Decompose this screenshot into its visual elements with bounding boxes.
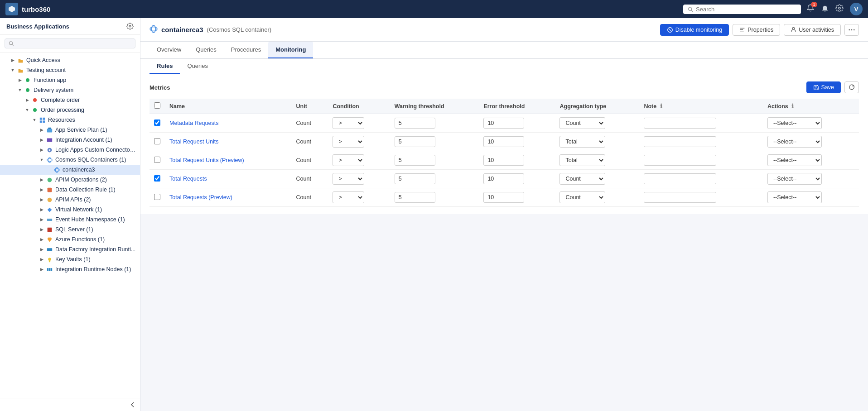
more-options-button[interactable] xyxy=(844,24,859,36)
save-button[interactable]: Save xyxy=(806,81,841,93)
sidebar-item-key-vaults[interactable]: ▶ Key Vaults (1) xyxy=(0,254,140,264)
tab-overview[interactable]: Overview xyxy=(149,42,188,58)
svg-rect-27 xyxy=(47,268,52,271)
action-select[interactable]: --Select--AlertNotifyDisable xyxy=(767,117,822,129)
warning-threshold-input[interactable] xyxy=(395,118,435,129)
error-threshold-input[interactable] xyxy=(483,136,524,147)
sidebar-item-azure-functions[interactable]: ▶ Azure Functions (1) xyxy=(0,234,140,244)
disable-monitoring-button[interactable]: Disable monitoring xyxy=(660,24,729,36)
avatar[interactable]: V xyxy=(850,3,863,15)
sidebar-item-sql-server[interactable]: ▶ SQL Server (1) xyxy=(0,225,140,234)
action-select[interactable]: --Select--AlertNotifyDisable xyxy=(767,191,822,203)
metric-name-link[interactable]: Total Requests xyxy=(169,176,207,182)
sidebar-item-complete-order[interactable]: ▶ Complete order xyxy=(0,95,140,105)
sidebar-item-order-processing[interactable]: ▼ Order processing xyxy=(0,105,140,115)
sidebar-item-delivery-system[interactable]: ▼ Delivery system xyxy=(0,85,140,95)
sidebar-label: containerca3 xyxy=(63,167,95,173)
metric-name-link[interactable]: Metadata Requests xyxy=(169,120,218,126)
metric-name-link[interactable]: Total Requests (Preview) xyxy=(169,194,232,201)
note-input[interactable] xyxy=(644,192,716,203)
select-all-checkbox[interactable] xyxy=(154,102,160,109)
condition-select[interactable]: ><>=<== xyxy=(333,117,364,129)
user-activities-button[interactable]: User activities xyxy=(784,24,841,36)
notifications-icon[interactable]: 1 xyxy=(806,4,815,14)
sidebar-item-resources[interactable]: ▼ Resources xyxy=(0,115,140,125)
sidebar-item-testing-account[interactable]: ▼ Testing account xyxy=(0,65,140,75)
error-threshold-input[interactable] xyxy=(483,173,524,184)
aggregation-type-select[interactable]: CountTotalAverageMinMax xyxy=(559,154,605,166)
sidebar-item-quick-access[interactable]: ▶ Quick Access xyxy=(0,55,140,65)
warning-threshold-input[interactable] xyxy=(395,136,435,147)
sub-tab-rules[interactable]: Rules xyxy=(149,59,180,74)
table-row: Total Requests (Preview)Count><>=<==Coun… xyxy=(149,188,859,207)
sub-tab-queries[interactable]: Queries xyxy=(180,59,215,74)
error-threshold-input[interactable] xyxy=(483,155,524,166)
row-checkbox[interactable] xyxy=(154,157,160,163)
sidebar-item-integration-runtime[interactable]: ▶ Integration Runtime Nodes (1) xyxy=(0,264,140,274)
sidebar-item-cosmos-sql[interactable]: ▼ Cosmos SQL Containers (1) xyxy=(0,155,140,165)
aggregation-type-select[interactable]: CountTotalAverageMinMax xyxy=(559,136,605,148)
warning-threshold-input[interactable] xyxy=(395,155,435,166)
action-select[interactable]: --Select--AlertNotifyDisable xyxy=(767,173,822,185)
tab-monitoring[interactable]: Monitoring xyxy=(268,42,313,58)
chevron-down-icon: ▼ xyxy=(9,68,16,72)
error-threshold-input[interactable] xyxy=(483,192,524,203)
aggregation-type-select[interactable]: CountTotalAverageMinMax xyxy=(559,173,605,185)
header-actions: Disable monitoring Properties User activ… xyxy=(660,24,859,36)
sidebar-search xyxy=(0,35,140,53)
sidebar-collapse-button[interactable] xyxy=(0,398,140,411)
tab-queries[interactable]: Queries xyxy=(188,42,224,58)
action-select[interactable]: --Select--AlertNotifyDisable xyxy=(767,136,822,148)
sidebar-item-virtual-network[interactable]: ▶ Virtual Network (1) xyxy=(0,205,140,215)
sidebar-label: Virtual Network (1) xyxy=(55,206,102,213)
warning-threshold-input[interactable] xyxy=(395,173,435,184)
chevron-right-icon: ▶ xyxy=(38,247,45,252)
settings-icon[interactable] xyxy=(835,4,844,14)
sidebar-item-data-collection-rule[interactable]: ▶ Data Collection Rule (1) xyxy=(0,185,140,195)
note-input[interactable] xyxy=(644,155,716,166)
sidebar-label: SQL Server (1) xyxy=(55,226,93,233)
note-input[interactable] xyxy=(644,173,716,184)
warning-threshold-input[interactable] xyxy=(395,192,435,203)
row-checkbox[interactable] xyxy=(154,194,160,200)
sidebar-item-integration-account[interactable]: ▶ Integration Account (1) xyxy=(0,135,140,145)
sidebar-item-apim-apis[interactable]: ▶ APIM APIs (2) xyxy=(0,195,140,205)
condition-select[interactable]: ><>=<== xyxy=(333,154,364,166)
sidebar-label: App Service Plan (1) xyxy=(55,127,107,133)
col-error-threshold: Error threshold xyxy=(479,99,555,114)
svg-point-3 xyxy=(839,7,841,10)
search-input[interactable] xyxy=(696,6,796,13)
aggregation-type-select[interactable]: CountTotalAverageMinMax xyxy=(559,117,605,129)
chevron-right-icon: ▶ xyxy=(38,177,45,182)
aggregation-type-select[interactable]: CountTotalAverageMinMax xyxy=(559,191,605,203)
search-box[interactable] xyxy=(683,5,801,14)
sidebar-item-function-app[interactable]: ▶ Function app xyxy=(0,75,140,85)
error-threshold-input[interactable] xyxy=(483,118,524,129)
note-input[interactable] xyxy=(644,136,716,147)
row-checkbox[interactable] xyxy=(154,138,160,144)
sidebar-item-app-service-plan[interactable]: ▶ App Service Plan (1) xyxy=(0,125,140,135)
action-select[interactable]: --Select--AlertNotifyDisable xyxy=(767,154,822,166)
sidebar-item-data-factory[interactable]: ▶ Data Factory Integration Runti... xyxy=(0,244,140,254)
note-input[interactable] xyxy=(644,118,716,129)
table-header-row: Name Unit Condition Warning threshold Er… xyxy=(149,99,859,114)
tab-procedures[interactable]: Procedures xyxy=(224,42,268,58)
sidebar-item-logic-apps-custom[interactable]: ▶ Logic Apps Custom Connector (1) xyxy=(0,145,140,155)
metric-name-link[interactable]: Total Request Units xyxy=(169,139,218,145)
condition-select[interactable]: ><>=<== xyxy=(333,173,364,185)
row-checkbox[interactable] xyxy=(154,119,160,126)
sidebar-item-apim-operations[interactable]: ▶ APIM Operations (2) xyxy=(0,175,140,185)
condition-select[interactable]: ><>=<== xyxy=(333,136,364,148)
sidebar-item-event-hubs[interactable]: ▶ Event Hubs Namespace (1) xyxy=(0,215,140,225)
condition-select[interactable]: ><>=<== xyxy=(333,191,364,203)
sidebar-search-input[interactable] xyxy=(16,40,131,47)
svg-point-25 xyxy=(48,258,51,261)
metric-name-link[interactable]: Total Request Units (Preview) xyxy=(169,157,244,163)
sidebar-settings-icon[interactable] xyxy=(126,23,134,30)
sql-icon xyxy=(45,227,53,233)
sidebar-item-containerca3[interactable]: containerca3 xyxy=(0,165,140,175)
bell-icon[interactable] xyxy=(821,4,829,14)
properties-button[interactable]: Properties xyxy=(733,24,780,36)
row-checkbox[interactable] xyxy=(154,175,160,182)
refresh-button[interactable] xyxy=(844,81,859,93)
